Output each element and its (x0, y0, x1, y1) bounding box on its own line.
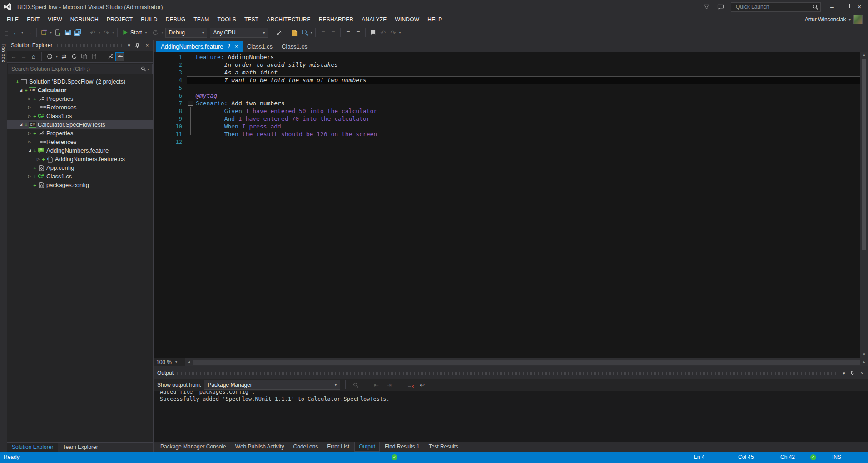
tree-item[interactable]: ▷References (7, 103, 153, 112)
next-message-button[interactable]: ⇥ (384, 380, 394, 390)
panel-drag-hatch[interactable] (56, 44, 122, 47)
menu-build[interactable]: BUILD (137, 15, 161, 25)
menu-file[interactable]: FILE (3, 15, 23, 25)
attach-to-process-button[interactable] (274, 27, 284, 38)
toggle-bookmark-button[interactable] (368, 27, 378, 38)
tree-item[interactable]: ◢+AddingNumbers.feature (7, 146, 153, 155)
scroll-left-icon[interactable]: ◂ (185, 360, 193, 364)
code-line[interactable]: 12 (154, 138, 860, 146)
redo-button[interactable]: ↷ (101, 27, 111, 38)
se-collapse-all-button[interactable] (79, 52, 89, 61)
quick-launch-input[interactable] (735, 3, 813, 10)
se-filter-dropdown-icon[interactable]: ▾ (55, 54, 59, 59)
output-source-combo[interactable]: Package Manager ▾ (204, 380, 340, 390)
scrollbar-thumb[interactable] (193, 360, 860, 365)
code-line[interactable]: 4 I want to be told the sum of two numbe… (154, 76, 860, 84)
tool-tab-solution-explorer[interactable]: Solution Explorer (7, 443, 58, 452)
scroll-up-icon[interactable]: ▲ (860, 52, 868, 59)
window-position-dropdown-icon[interactable]: ▾ (126, 43, 132, 49)
collapsed-arrow-icon[interactable]: ▷ (26, 174, 33, 178)
restart-dropdown-icon[interactable]: ▾ (160, 30, 164, 34)
toggle-word-wrap-button[interactable]: ↩ (417, 380, 427, 390)
tool-tab-team-explorer[interactable]: Team Explorer (58, 443, 102, 452)
se-home-button[interactable]: ⌂ (29, 52, 38, 61)
undo-dropdown-icon[interactable]: ▾ (98, 30, 101, 34)
menu-project[interactable]: PROJECT (103, 15, 137, 25)
document-tab[interactable]: Class1.cs (243, 41, 277, 52)
collapsed-arrow-icon[interactable]: ▷ (26, 114, 33, 118)
start-dropdown-icon[interactable]: ▾ (144, 30, 148, 34)
se-back-button[interactable]: ← (9, 52, 18, 61)
code-line[interactable]: 7−Scenario: Add two numbers (154, 99, 860, 107)
restore-button[interactable] (839, 1, 853, 12)
find-dropdown-icon[interactable]: ▾ (309, 30, 313, 34)
close-button[interactable]: × (853, 1, 866, 12)
toolbox-tab[interactable]: Toolbox (0, 41, 7, 65)
tree-item[interactable]: ▷+Properties (7, 94, 153, 103)
clear-all-output-button[interactable]: ≡ × (404, 380, 414, 390)
panel-drag-hatch[interactable] (177, 372, 837, 375)
close-panel-icon[interactable]: × (859, 370, 865, 376)
search-icon[interactable] (141, 66, 146, 72)
se-forward-button[interactable]: → (19, 52, 28, 61)
collapse-region-icon[interactable]: − (188, 101, 193, 106)
collapsed-arrow-icon[interactable]: ▷ (26, 131, 33, 135)
se-pending-changes-filter-button[interactable] (45, 52, 54, 61)
se-properties-button[interactable] (105, 52, 114, 61)
next-bookmark-button[interactable]: ↷ (388, 27, 398, 38)
collapsed-arrow-icon[interactable]: ▷ (26, 140, 33, 144)
minimize-button[interactable]: – (825, 1, 839, 12)
menu-edit[interactable]: EDIT (23, 15, 44, 25)
tree-item[interactable]: ◢+C#Calculator.SpecFlowTests (7, 120, 153, 129)
tree-item[interactable]: ▷References (7, 138, 153, 146)
tree-item[interactable]: ◢+C#Calculator (7, 86, 153, 94)
output-log[interactable]: Added file 'packages.config'.Successfull… (154, 391, 868, 442)
collapsed-arrow-icon[interactable]: ▷ (26, 97, 33, 101)
previous-message-button[interactable]: ⇤ (371, 380, 381, 390)
new-project-dropdown-icon[interactable]: ▾ (49, 30, 53, 34)
menu-debug[interactable]: DEBUG (162, 15, 190, 25)
increase-indent-button[interactable]: ≡ (353, 27, 363, 38)
navigate-forward-button[interactable]: → (24, 27, 34, 38)
user-dropdown-icon[interactable]: ▾ (848, 17, 851, 22)
menu-test[interactable]: TEST (240, 15, 263, 25)
pin-icon[interactable] (135, 43, 141, 48)
expanded-arrow-icon[interactable]: ◢ (18, 88, 24, 92)
ncrunch-status-icon[interactable]: ✓ (392, 454, 397, 460)
tool-tab-find-results-1[interactable]: Find Results 1 (381, 442, 424, 451)
expanded-arrow-icon[interactable]: ◢ (26, 148, 33, 153)
code-line[interactable]: 8 Given I have entered 50 into the calcu… (154, 107, 860, 115)
editor-horizontal-scrollbar[interactable]: ◂ ▸ (185, 358, 868, 366)
navigate-back-button[interactable]: ← (10, 27, 20, 38)
outline-margin[interactable]: − (187, 99, 196, 107)
menu-resharper[interactable]: RESHARPER (315, 15, 357, 25)
code-line[interactable]: 3 As a math idiot (154, 69, 860, 76)
prev-bookmark-button[interactable]: ↶ (378, 27, 388, 38)
save-all-button[interactable] (73, 27, 83, 38)
tool-tab-error-list[interactable]: Error List (323, 442, 353, 451)
se-show-all-files-button[interactable] (89, 52, 99, 61)
tree-item[interactable]: +packages.config (7, 181, 153, 189)
tool-tab-web-publish-activity[interactable]: Web Publish Activity (231, 442, 288, 451)
tree-item[interactable]: ▷+C#Class1.cs (7, 112, 153, 120)
feedback-icon[interactable] (717, 4, 726, 10)
tool-tab-test-results[interactable]: Test Results (425, 442, 462, 451)
document-tab[interactable]: AddingNumbers.feature× (156, 41, 243, 52)
search-options-dropdown-icon[interactable]: ▾ (146, 67, 150, 71)
new-project-button[interactable] (39, 27, 49, 38)
code-line[interactable]: 10 When I press add (154, 123, 860, 130)
collapsed-arrow-icon[interactable]: ▷ (35, 157, 41, 161)
user-avatar[interactable] (853, 15, 863, 24)
window-position-dropdown-icon[interactable]: ▾ (841, 370, 847, 376)
code-editor[interactable]: 1Feature: AddingNumbers2 In order to avo… (154, 52, 868, 358)
editor-vertical-scrollbar[interactable]: ▲ ▼ (860, 52, 868, 358)
scroll-down-icon[interactable]: ▼ (860, 351, 868, 358)
start-debugging-button[interactable]: Start ▾ (120, 27, 150, 38)
restart-button[interactable] (150, 27, 160, 38)
menu-analyze[interactable]: ANALYZE (357, 15, 391, 25)
notifications-funnel-icon[interactable] (704, 4, 713, 10)
add-item-button[interactable] (53, 27, 63, 38)
solution-explorer-search-box[interactable]: ▾ (8, 64, 153, 74)
find-in-files-button[interactable] (299, 27, 309, 38)
code-line[interactable]: 5 (154, 84, 860, 92)
